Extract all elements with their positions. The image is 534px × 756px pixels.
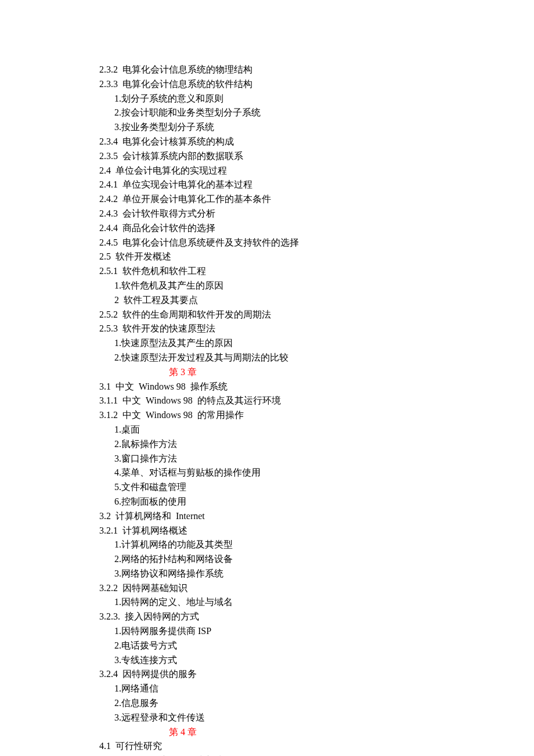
toc-entry: 2.5.3 软件开发的快速原型法 (99, 322, 464, 336)
toc-entry: 2.3.3 电算化会计信息系统的软件结构 (99, 77, 464, 92)
toc-entry: 2 软件工程及其要点 (114, 293, 464, 308)
toc-entry: 1.软件危机及其产生的原因 (114, 279, 464, 293)
toc-entry: 1.计算机网络的功能及其类型 (114, 538, 464, 552)
toc-entry: 3.2.4 因特网提供的服务 (99, 667, 464, 682)
toc-entry: 3.2.3. 接入因特网的方式 (99, 610, 464, 624)
chapter-heading: 第 3 章 (84, 365, 282, 380)
toc-entry: 2.4.4 商品化会计软件的选择 (99, 221, 464, 236)
toc-entry: 2.信息服务 (114, 696, 464, 711)
toc-entry: 2.3.5 会计核算系统内部的数据联系 (99, 149, 464, 164)
toc-entry: 3.专线连接方式 (114, 653, 464, 668)
toc-entry: 2.4.3 会计软件取得方式分析 (99, 207, 464, 221)
toc-entry: 1.桌面 (114, 423, 464, 437)
toc-entry: 2.4 单位会计电算化的实现过程 (99, 164, 464, 178)
toc-entry: 2.5.1 软件危机和软件工程 (99, 264, 464, 279)
toc-entry: 5.文件和磁盘管理 (114, 480, 464, 495)
toc-entry: 3.2.1 计算机网络概述 (99, 524, 464, 538)
toc-entry: 3.1.2 中文 Windows 98 的常用操作 (99, 408, 464, 423)
toc-entry: 2.5.2 软件的生命周期和软件开发的周期法 (99, 308, 464, 322)
toc-entry: 3.远程登录和文件传送 (114, 711, 464, 725)
toc-entry: 3.1.1 中文 Windows 98 的特点及其运行环境 (99, 394, 464, 408)
toc-entry: 3.1 中文 Windows 98 操作系统 (99, 380, 464, 394)
document-page: 2.3.2 电算化会计信息系统的物理结构2.3.3 电算化会计信息系统的软件结构… (0, 0, 534, 756)
toc-entry: 2.电话拨号方式 (114, 639, 464, 653)
toc-entry: 2.按会计职能和业务类型划分子系统 (114, 106, 464, 120)
toc-entry: 2.4.2 单位开展会计电算化工作的基本条件 (99, 192, 464, 207)
toc-entry: 3.2 计算机网络和 Internet (99, 509, 464, 524)
toc-entry: 1.因特网服务提供商 ISP (114, 624, 464, 639)
toc-entry: 2.5 软件开发概述 (99, 250, 464, 264)
toc-entry: 4.菜单、对话框与剪贴板的操作使用 (114, 466, 464, 480)
toc-entry: 6.控制面板的使用 (114, 495, 464, 509)
toc-entry: 1.因特网的定义、地址与域名 (114, 595, 464, 610)
toc-entry: 3.按业务类型划分子系统 (114, 120, 464, 135)
toc-entry: 2.3.4 电算化会计核算系统的构成 (99, 135, 464, 149)
toc-entry: 4.1 可行性研究 (99, 739, 464, 754)
toc-entry: 1.网络通信 (114, 682, 464, 696)
toc-entry: 2.鼠标操作方法 (114, 437, 464, 452)
toc-entry: 2.4.5 电算化会计信息系统硬件及支持软件的选择 (99, 236, 464, 250)
toc-entry: 3.2.2 因特网基础知识 (99, 581, 464, 596)
toc-entry: 2.3.2 电算化会计信息系统的物理结构 (99, 63, 464, 77)
toc-entry: 1.划分子系统的意义和原则 (114, 92, 464, 106)
toc-entry: 1.快速原型法及其产生的原因 (114, 336, 464, 351)
toc-entry: 3.窗口操作方法 (114, 452, 464, 466)
toc-entry: 2.快速原型法开发过程及其与周期法的比较 (114, 351, 464, 365)
toc-entry: 3.网络协议和网络操作系统 (114, 567, 464, 581)
toc-entry: 2.网络的拓扑结构和网络设备 (114, 552, 464, 567)
toc-entry: 2.4.1 单位实现会计电算化的基本过程 (99, 178, 464, 192)
toc-entry: 4.1.1 可行性研究的概念和初步调查 (99, 754, 464, 756)
chapter-heading: 第 4 章 (84, 725, 282, 740)
